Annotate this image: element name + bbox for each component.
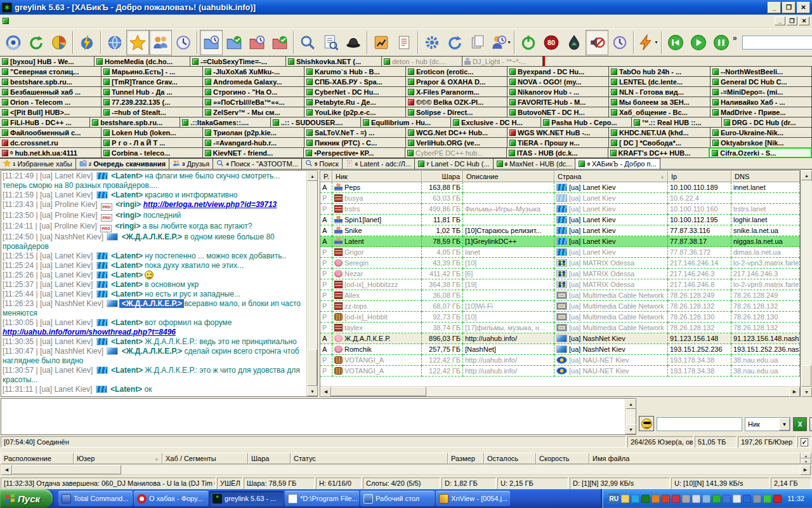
search-spy-button[interactable]	[342, 30, 365, 55]
tray-display-icon[interactable]	[692, 495, 700, 503]
chat-scroll-thumb[interactable]	[307, 349, 317, 386]
hub-tab[interactable]: [TmR]Trance Grav...	[101, 76, 203, 87]
user-filter-input[interactable]	[657, 417, 742, 431]
window-tab[interactable]: 6Latent - adc:/Л...	[342, 158, 415, 170]
user-list-row[interactable]: ASpin1[lanet]11,81 ГБ[ua] Lanet Kiev10.1…	[320, 215, 800, 225]
user-list-row[interactable]: ALatent78,59 ГБ[1]GreylinkDC++[ua] Lanet…	[320, 236, 800, 247]
tray-eye-icon[interactable]	[723, 495, 731, 503]
hub-tab[interactable]: ™.:: Real HUB ::...	[631, 117, 722, 128]
userlist-scroll-track[interactable]	[801, 180, 811, 387]
hub-tab[interactable]: bestshare.spb.ru...	[0, 76, 102, 87]
scroll-up-icon[interactable]: ▲	[307, 171, 318, 181]
hub-tab[interactable]: ..:: - SUDOUSER....	[270, 117, 361, 128]
hub-tab[interactable]: LENTEL (dc.lente...	[608, 76, 710, 87]
hub-tab[interactable]: Solipse - Direct...	[405, 107, 508, 117]
hub-tab[interactable]: deton - hub (dc....	[381, 56, 462, 67]
window-tab[interactable]: 9ХАБикЪ - Добро п...	[575, 158, 660, 170]
user-list-row[interactable]: PSeregin43,39 ГБ[10][ua] MATRIX Odessa21…	[320, 258, 800, 269]
hub-tab[interactable]: DJ_Light - °*~*-...	[462, 56, 543, 67]
hub-tab[interactable]: "Северная столиц...	[0, 66, 102, 77]
message-nick[interactable]: <ringi>	[113, 222, 143, 231]
hub-tab[interactable]: MadDrive - Приве...	[710, 107, 812, 117]
hub-tab[interactable]: DRG - DC Hub (dr...	[721, 117, 812, 128]
hub-tab[interactable]: -=ClubSexyTime=-...	[190, 56, 286, 67]
transfers-hscrollbar[interactable]: ◀ ▶	[1, 464, 811, 475]
hub-tab[interactable]: SaLToV.NeT - =) ...	[304, 127, 406, 138]
transfers-column-осталось[interactable]: Осталось	[484, 453, 536, 464]
message-nick[interactable]: <Latent>	[109, 337, 145, 346]
hub-tab[interactable]: Exclusive - DC H...	[450, 117, 541, 128]
tray-red-app-icon[interactable]	[662, 495, 670, 503]
favorite-hubs-button[interactable]	[126, 30, 149, 55]
quick-search-combo[interactable]: ▼	[742, 36, 812, 50]
limiter-button[interactable]	[563, 30, 586, 55]
chat-link[interactable]: http://uahub.info/forum/showthread.php?t…	[3, 328, 176, 337]
spin-arrow-icon[interactable]: ▲	[801, 453, 811, 458]
combo-dropdown-icon[interactable]: ▼	[779, 418, 790, 431]
hub-tab[interactable]: Orion - Telecom ...	[0, 97, 102, 107]
finished-downloads-button[interactable]	[223, 30, 246, 55]
message-nick[interactable]: <ringi>	[114, 200, 143, 209]
message-nick[interactable]: <Latent>	[109, 251, 145, 260]
hub-tab[interactable]: Pasha Hub - Серо...	[540, 117, 631, 128]
hub-tab[interactable]: YouLike (p2p.e-c...	[304, 107, 406, 117]
hub-tab[interactable]: СПБ-ХАБ.РУ - Spa...	[304, 76, 406, 87]
transfers-column-шара[interactable]: Шара	[248, 453, 291, 464]
transfers-column-хабсегменты[interactable]: Хаб / Сегменты	[162, 453, 248, 464]
hub-tab[interactable]: dc.crossnet.ru	[0, 137, 102, 148]
hub-tab[interactable]: X-Files Paranorm...	[405, 86, 508, 97]
adl-search-button[interactable]	[319, 30, 342, 55]
hub-tab[interactable]: Nikanorov Hub - ...	[507, 86, 609, 97]
hub-tab[interactable]: ©©© Belka OZK-Pl...	[405, 97, 508, 107]
tray-volume-icon[interactable]	[702, 495, 710, 503]
chat-link[interactable]: http://berloga.net/view.php?id=39713	[143, 200, 277, 209]
user-list-row[interactable]: PNezar411,42 ГБ[6][ua] MATRIX Odessa217.…	[320, 269, 800, 279]
minimize-button[interactable]: _	[768, 2, 781, 13]
hub-tab[interactable]: Equllibrium - Hu...	[360, 117, 451, 128]
media-pause-button[interactable]	[710, 30, 733, 55]
scroll-up-icon[interactable]: ▲	[801, 170, 812, 180]
column-header-шара[interactable]: Шара	[422, 171, 463, 182]
window-tab[interactable]: 8MaxNet - HUB (dc...	[493, 158, 576, 170]
hub-tab[interactable]: Andromeda Galaxy...	[202, 76, 304, 87]
transfers-column-расположение[interactable]: Расположение	[1, 453, 74, 464]
hub-tab[interactable]: Prapor & OXAHA D...	[405, 76, 508, 87]
reconnect-button[interactable]	[25, 30, 48, 55]
mdi-restore-button[interactable]: ❐	[787, 17, 797, 25]
hub-tab[interactable]: ButovoNET - DC H...	[507, 107, 609, 117]
cleanup-button[interactable]	[466, 30, 489, 55]
hub-tab[interactable]: NLN - Готова вид...	[608, 86, 710, 97]
hub-tab[interactable]: Пикник (РТС) - С...	[304, 137, 406, 148]
user-list-scrollbar[interactable]: ▲ ▼	[801, 170, 811, 397]
user-list-row[interactable]: Ptaylex38,74 ГБ[17]фильмы, музыка, н...[…	[320, 323, 800, 333]
search-button[interactable]	[296, 30, 319, 55]
hub-tab[interactable]: [ DC ] *Свобода*...	[608, 137, 710, 148]
message-nick[interactable]: <Latent>	[109, 271, 145, 279]
public-hubs-button[interactable]	[2, 30, 25, 55]
message-nick[interactable]: <Latent>	[109, 190, 145, 199]
mute-button[interactable]	[586, 30, 608, 55]
user-list-row[interactable]: Pzz-tops68,07 ГБ[10]Wi-Fi[ua] Multimedia…	[320, 301, 800, 312]
settings-button[interactable]	[421, 30, 443, 55]
message-nick[interactable]: <Latent>	[109, 171, 145, 180]
taskbar-button-greylink[interactable]: *greylink 5.63 - ...	[209, 491, 284, 506]
tray-bluetooth-icon[interactable]	[743, 495, 751, 503]
emoticon-button[interactable]	[639, 416, 654, 431]
scroll-up-icon[interactable]: ▲	[625, 399, 636, 409]
message-nick[interactable]: <Latent>	[109, 290, 145, 298]
column-header-dns[interactable]: DNS	[731, 171, 800, 182]
hub-tab[interactable]: Oktyabrskoe [Nik...	[710, 137, 812, 148]
column-header-страна[interactable]: Страна▲	[554, 171, 668, 182]
column-header-ник[interactable]: Ник	[332, 171, 422, 182]
close-button[interactable]: ✕	[797, 2, 810, 13]
toolbar-overflow-chevron[interactable]: »	[733, 34, 737, 43]
user-list-row[interactable]: PVOTANGI_A122,42 ГБhttp://uahub.info/[ua…	[320, 355, 800, 366]
message-nick[interactable]: <ringi>	[114, 211, 143, 220]
hub-tab[interactable]: »»ПоСтЫ///еВа™««...	[202, 97, 304, 107]
user-list-row[interactable]: P[od-ix]_Hobbitzzz364,38 ГБ[19][ua] MATR…	[320, 279, 800, 290]
hub-tab[interactable]: <[Pit Bull] HUB>...	[0, 107, 102, 117]
transfers-scroll-thumb[interactable]	[12, 465, 121, 474]
user-list-row[interactable]: PVOTANGI_A122,42 ГБhttp://uahub.info/[ua…	[320, 366, 800, 377]
filter-column-combo[interactable]: Ник ▼	[745, 417, 790, 431]
user-list-row[interactable]: Ptrstrs499,86 ГБФильмы–Игры–Музыка[ua] L…	[320, 204, 800, 215]
